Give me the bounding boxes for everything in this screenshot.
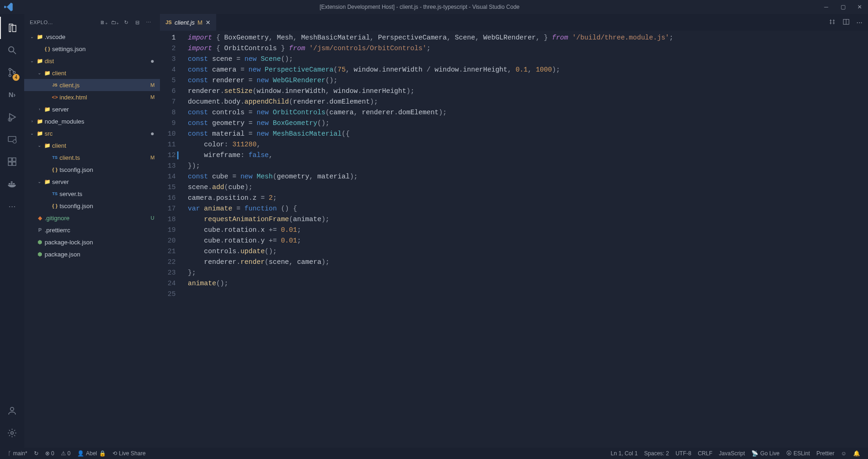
svg-line-1 — [13, 52, 16, 54]
search-icon[interactable] — [0, 39, 24, 61]
git-status: M — [149, 94, 156, 100]
status-spaces[interactable]: Spaces: 2 — [641, 450, 672, 457]
tree-item-client[interactable]: ⌄📁client — [24, 67, 160, 79]
tree-item-index-html[interactable]: <>index.htmlM — [24, 91, 160, 103]
tree-item-package-lock-json[interactable]: ⬢package-lock.json — [24, 236, 160, 248]
code-editor[interactable]: 1234567891011121314151617181920212223242… — [160, 31, 868, 448]
file-icon: ⬢ — [35, 251, 45, 257]
tree-item--prettierrc[interactable]: P.prettierrc — [24, 224, 160, 236]
status-eol[interactable]: CRLF — [695, 450, 716, 457]
split-editor-icon[interactable] — [842, 18, 850, 27]
more-icon[interactable]: ⋯ — [0, 195, 24, 217]
git-status: U — [149, 215, 156, 221]
minimize-button[interactable]: ─ — [822, 4, 831, 10]
line-numbers: 1234567891011121314151617181920212223242… — [160, 33, 184, 448]
svg-rect-13 — [11, 183, 13, 184]
status-prettier[interactable]: Prettier — [813, 450, 838, 457]
status-go-live[interactable]: 📡 Go Live — [748, 450, 782, 457]
modified-dot: ● — [151, 57, 156, 65]
status-position[interactable]: Ln 1, Col 1 — [608, 450, 641, 457]
tree-item--vscode[interactable]: ⌄📁.vscode — [24, 31, 160, 43]
svg-rect-8 — [8, 158, 12, 161]
file-name: server.ts — [60, 190, 156, 197]
tree-item-src[interactable]: ⌄📁src● — [24, 127, 160, 139]
svg-rect-15 — [13, 183, 15, 184]
chevron-icon: ⌄ — [36, 71, 43, 75]
status-feedback-icon[interactable]: ☺ — [838, 450, 850, 457]
status-sync[interactable]: ↻ — [31, 450, 42, 457]
tree-item-server[interactable]: ›📁server — [24, 103, 160, 115]
tree-item--gitignore[interactable]: ◆.gitignoreU — [24, 212, 160, 224]
tree-item-tsconfig-json[interactable]: { }tsconfig.json — [24, 200, 160, 212]
tab-client-js[interactable]: JS client.js M ✕ — [160, 14, 217, 31]
file-name: src — [45, 130, 151, 137]
explorer-icon[interactable] — [0, 17, 24, 39]
svg-rect-9 — [8, 162, 12, 165]
remote-icon[interactable] — [0, 128, 24, 151]
compare-icon[interactable] — [828, 18, 836, 27]
tab-close-icon[interactable]: ✕ — [205, 19, 211, 26]
tree-item-dist[interactable]: ⌄📁dist● — [24, 55, 160, 67]
vscode-icon — [4, 2, 14, 12]
debug-icon[interactable] — [0, 106, 24, 128]
tree-item-node-modules[interactable]: ›📁node_modules — [24, 115, 160, 127]
chevron-icon: › — [36, 107, 43, 111]
tree-item-package-json[interactable]: ⬢package.json — [24, 248, 160, 260]
file-name: client.js — [60, 82, 149, 89]
status-eslint[interactable]: ⦿ ESLint — [783, 450, 813, 457]
collapse-icon[interactable]: ⊟ — [132, 20, 143, 26]
file-name: tsconfig.json — [60, 166, 156, 173]
explorer-title: EXPLO… — [30, 20, 99, 25]
tree-item-settings-json[interactable]: { }settings.json — [24, 43, 160, 55]
chevron-icon: ⌄ — [29, 59, 35, 63]
file-name: .vscode — [45, 33, 156, 40]
nx-icon[interactable]: N› — [0, 84, 24, 106]
window-title: [Extension Development Host] - client.js… — [18, 4, 822, 10]
modified-dot: ● — [151, 130, 156, 137]
status-errors[interactable]: ⊗ 0 — [42, 450, 58, 457]
titlebar: [Extension Development Host] - client.js… — [0, 0, 868, 14]
new-file-icon[interactable]: 🗎₊ — [99, 20, 110, 26]
maximize-button[interactable]: ▢ — [838, 4, 848, 10]
extensions-icon[interactable] — [0, 151, 24, 173]
tree-item-tsconfig-json[interactable]: { }tsconfig.json — [24, 164, 160, 176]
code-content[interactable]: import { BoxGeometry, Mesh, MeshBasicMat… — [184, 33, 868, 448]
file-icon: <> — [50, 94, 60, 100]
chevron-icon: › — [29, 119, 35, 124]
tree-item-server[interactable]: ⌄📁server — [24, 176, 160, 188]
tab-bar: JS client.js M ✕ ⋯ — [160, 14, 868, 31]
account-icon[interactable] — [0, 400, 24, 422]
file-name: client — [52, 70, 156, 77]
editor-area: JS client.js M ✕ ⋯ 123456789101112131415… — [160, 14, 868, 448]
file-icon: 📁 — [35, 118, 45, 125]
docker-icon[interactable] — [0, 173, 24, 195]
status-encoding[interactable]: UTF-8 — [672, 450, 695, 457]
file-icon: JS — [50, 83, 60, 87]
status-abel[interactable]: 👤 Abel 🔒 — [74, 450, 109, 457]
status-language[interactable]: JavaScript — [716, 450, 748, 457]
refresh-icon[interactable]: ↻ — [121, 20, 132, 26]
new-folder-icon[interactable]: 🗀₊ — [110, 20, 121, 26]
close-button[interactable]: ✕ — [855, 4, 864, 10]
svg-rect-10 — [13, 162, 16, 165]
status-bell-icon[interactable]: 🔔 — [850, 450, 863, 457]
file-icon: 📁 — [43, 143, 52, 149]
more-actions-icon[interactable]: ⋯ — [143, 20, 154, 26]
tree-item-client-js[interactable]: JSclient.jsM — [24, 79, 160, 91]
file-icon: 📁 — [43, 70, 52, 76]
status-warnings[interactable]: ⚠ 0 — [58, 450, 74, 457]
source-control-icon[interactable]: 4 — [0, 61, 24, 84]
editor-more-icon[interactable]: ⋯ — [856, 19, 862, 26]
tree-item-client[interactable]: ⌄📁client — [24, 139, 160, 151]
settings-gear-icon[interactable] — [0, 422, 24, 444]
status-branch[interactable]: ᚴ main* — [5, 450, 31, 457]
app-logo — [4, 2, 18, 12]
svg-point-7 — [13, 140, 16, 143]
tree-item-client-ts[interactable]: TSclient.tsM — [24, 151, 160, 164]
svg-point-4 — [13, 72, 15, 74]
status-live-share[interactable]: ⟲ Live Share — [109, 450, 149, 457]
file-name: tsconfig.json — [60, 203, 156, 210]
file-icon: 📁 — [43, 179, 52, 185]
svg-point-3 — [9, 74, 11, 77]
tree-item-server-ts[interactable]: TSserver.ts — [24, 188, 160, 200]
